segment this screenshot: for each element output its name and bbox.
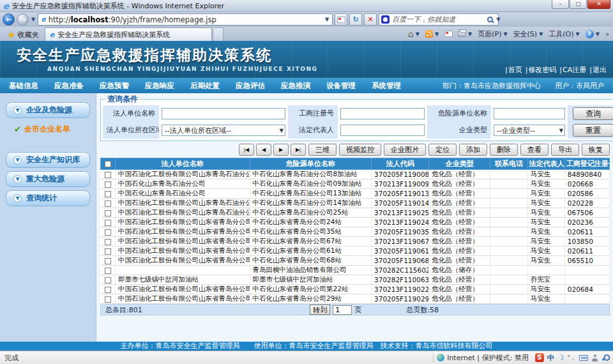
- nav-item[interactable]: 应急评估: [236, 81, 265, 91]
- ime-language-toggle[interactable]: 中: [547, 353, 554, 363]
- search-icon[interactable]: [487, 17, 493, 22]
- sogou-ime-icon[interactable]: S: [535, 353, 544, 362]
- user-profile-icon[interactable]: [591, 354, 598, 361]
- table-row[interactable]: 中国石油化工股份有限公司山东省青岛分公司 中石化山东省青岛分公司35站 3702…: [101, 227, 610, 237]
- wrench-icon[interactable]: [602, 354, 608, 360]
- table-row[interactable]: 中国石油化工股份有限公司山东青岛石油分公司 中石化山东青岛石油分公司14加油站 …: [101, 199, 610, 208]
- table-row[interactable]: 中国石油化工股份有限公司山东省青岛分公司 中石化山东省青岛分公司29站 3702…: [101, 294, 610, 304]
- pager-nav-button[interactable]: ◀: [256, 144, 271, 156]
- top-link[interactable]: 退出: [586, 65, 607, 75]
- nav-item[interactable]: 应急响应: [145, 81, 174, 91]
- table-row[interactable]: 中国石油化工股份有限公司山东省青岛分公司 中石化山东省青岛分公司24站 3702…: [101, 218, 610, 227]
- table-row[interactable]: 中国石化山东青岛石油分公司 中石化山东青岛石油分公司09加油站 370213F1…: [101, 179, 610, 189]
- new-tab-button[interactable]: [213, 27, 223, 41]
- table-row[interactable]: 中国石油化工股份有限公司山东省青岛分公司 中石化山东省青岛分公司67站 3702…: [101, 237, 610, 246]
- goto-page-button[interactable]: 转到: [310, 305, 330, 315]
- row-checkbox[interactable]: [105, 248, 111, 255]
- row-checkbox[interactable]: [105, 172, 111, 178]
- refresh-button[interactable]: ↻: [349, 13, 362, 26]
- table-row[interactable]: 即墨市七级镇中岔河加油站 即墨市七级镇中岔河加油站 370282F110063 …: [101, 275, 610, 285]
- toolbar-button[interactable]: 定位: [428, 144, 457, 156]
- nav-item[interactable]: 设备管理: [326, 81, 356, 91]
- select-all-checkbox[interactable]: [105, 161, 111, 167]
- toolbar-button[interactable]: 企业图片: [384, 144, 426, 156]
- row-checkbox[interactable]: [105, 191, 111, 197]
- nav-item[interactable]: 后期处置: [190, 81, 220, 91]
- search-input[interactable]: [392, 15, 485, 24]
- minimize-button[interactable]: –: [552, 0, 569, 9]
- sidebar-item-major-hazard[interactable]: ▼ 重大危险源: [6, 171, 90, 187]
- nav-item[interactable]: 系统管理: [372, 81, 401, 91]
- toolbar-button[interactable]: 视频监控: [339, 144, 381, 156]
- row-checkbox[interactable]: [105, 277, 111, 284]
- row-checkbox[interactable]: [105, 268, 111, 274]
- favorites-button[interactable]: ★ 收藏夹: [2, 28, 45, 41]
- table-row[interactable]: 中国石油化工股份有限公司山东省青岛分公司 中石化山东省青岛分公司68站 3702…: [101, 256, 610, 266]
- toolbar-button[interactable]: 导出: [551, 144, 579, 156]
- region-select[interactable]: --法人单位所在区域-- ▼: [162, 125, 285, 136]
- row-checkbox[interactable]: [105, 201, 111, 207]
- row-checkbox[interactable]: [105, 229, 111, 236]
- toolbar-button[interactable]: 添加: [459, 144, 487, 156]
- print-button[interactable]: ▼: [458, 31, 473, 37]
- row-checkbox[interactable]: [105, 210, 111, 216]
- pager-nav-button[interactable]: ▶|: [291, 144, 306, 156]
- nav-item[interactable]: 应急推演: [281, 81, 310, 91]
- sidebar-item-safety-knowledge[interactable]: ▼ 安全生产知识库: [6, 152, 90, 168]
- top-link[interactable]: 首页: [502, 65, 522, 75]
- table-row[interactable]: 中国石油化工股份有限公司山东青岛石油分公司 中石化山东青岛石油分公司25站 37…: [101, 208, 610, 218]
- forward-button[interactable]: →: [17, 13, 29, 26]
- stop-button[interactable]: ✕: [364, 13, 377, 26]
- table-row[interactable]: 中国石油化工股份有限公司山东省青岛分公司 中石化山东省青岛分公司61站 3702…: [101, 246, 610, 256]
- nav-item[interactable]: 应急预警: [100, 81, 129, 91]
- fullwidth-toggle-icon[interactable]: ☽: [557, 353, 564, 362]
- table-row[interactable]: 中国石油化工股份有限公司山东青岛石油分公司 中石化山东青岛石油分公司8加油站 3…: [101, 170, 610, 179]
- toolbar-button[interactable]: 删除: [490, 144, 518, 156]
- active-tab[interactable]: e 安全生产应急救援指挥辅助决策系统: [45, 27, 212, 41]
- maximize-button[interactable]: ▢: [570, 0, 587, 9]
- page-menu[interactable]: 页面(P)▼: [478, 29, 508, 39]
- table-row[interactable]: 中国石油化工股份有限公司山东省青岛分公司 中石化山东省青岛分公司第22站 370…: [101, 285, 610, 294]
- sidebar-item-query-stats[interactable]: ▼ 查询统计: [6, 190, 90, 206]
- sidebar-item-enterprise-hazard[interactable]: ▼ 企业及危险源: [6, 102, 90, 118]
- top-link[interactable]: 修改密码: [522, 65, 557, 75]
- row-checkbox[interactable]: [105, 296, 111, 303]
- search-dropdown-icon[interactable]: ▼: [496, 17, 501, 22]
- compatibility-view-button[interactable]: [335, 13, 347, 26]
- pager-nav-button[interactable]: ▶: [273, 144, 289, 156]
- close-button[interactable]: ✕: [587, 0, 610, 9]
- legal-name-input[interactable]: [162, 108, 285, 119]
- url-dropdown-icon[interactable]: ▼: [324, 17, 329, 22]
- tools-menu[interactable]: 工具(O)▼: [549, 29, 580, 39]
- hazard-name-input[interactable]: [494, 108, 565, 119]
- row-checkbox[interactable]: [105, 258, 111, 264]
- feeds-button[interactable]: ▼: [425, 30, 439, 38]
- back-button[interactable]: ←: [3, 13, 15, 26]
- row-checkbox[interactable]: [105, 181, 111, 188]
- toolbar-button[interactable]: 恢复: [582, 144, 610, 156]
- home-button[interactable]: ⌂▼: [408, 29, 420, 38]
- type-select[interactable]: --企业类型-- ▼: [494, 125, 565, 136]
- sidebar-item-city-enterprise-list[interactable]: ✔ 全市企业名单: [14, 124, 96, 135]
- nav-item[interactable]: 基础信息: [9, 81, 38, 91]
- row-checkbox[interactable]: [105, 239, 111, 245]
- page-number-input[interactable]: [333, 305, 352, 315]
- representative-input[interactable]: [340, 125, 425, 136]
- safety-menu[interactable]: 安全(S)▼: [513, 29, 544, 39]
- recent-pages-dropdown-icon[interactable]: ▼: [31, 17, 36, 22]
- punctuation-toggle[interactable]: °，: [568, 354, 577, 362]
- url-field[interactable]: e http://localhost:90/yjzh/frame/homepag…: [38, 13, 333, 26]
- overflow-chevron-icon[interactable]: »: [605, 31, 609, 38]
- pager-nav-button[interactable]: |◀: [239, 144, 254, 156]
- search-box[interactable]: ▼: [379, 13, 499, 26]
- row-checkbox[interactable]: [105, 287, 111, 293]
- search-button[interactable]: 查询: [573, 107, 613, 120]
- table-row[interactable]: 中国石化山东青岛石油分公司 中石化山东青岛石油分公司13加油站 370205F1…: [101, 189, 610, 199]
- top-link[interactable]: CA注册: [556, 65, 586, 75]
- reset-button[interactable]: 重置: [573, 124, 613, 137]
- toolbar-button[interactable]: 三维: [308, 144, 337, 156]
- row-checkbox[interactable]: [105, 220, 111, 226]
- read-mail-button[interactable]: [444, 31, 453, 37]
- soft-keyboard-icon[interactable]: [579, 355, 588, 361]
- table-row[interactable]: 青岛田横中油油品销售有限公司 370282C115602 危化品（储存）: [101, 266, 610, 275]
